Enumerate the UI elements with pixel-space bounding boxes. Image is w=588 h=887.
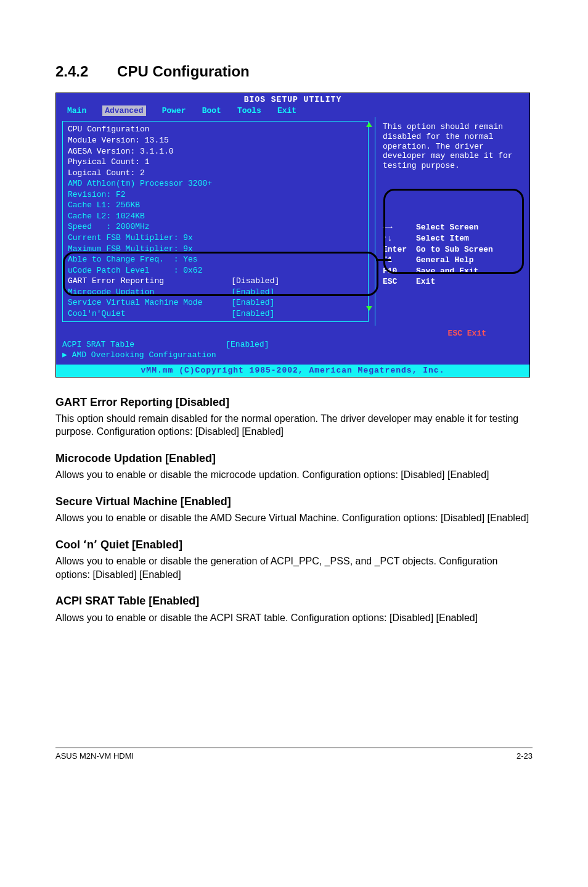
section-number: 2.4.2 xyxy=(55,62,88,81)
subsection-heading: GART Error Reporting [Disabled] xyxy=(55,395,533,410)
bios-menu-item: Exit xyxy=(277,105,296,117)
section-title-text: CPU Configuration xyxy=(117,63,250,80)
bios-info-line: Module Version: 13.15 xyxy=(68,135,363,146)
bios-extra-line: ▶ AMD Overlooking Configuraation xyxy=(62,350,523,361)
bios-title: BIOS SETUP UTILITY xyxy=(56,93,529,105)
bios-info-line: AGESA Version: 3.1.1.0 xyxy=(68,146,363,157)
subsection-heading: Microcode Updation [Enabled] xyxy=(55,451,533,466)
scroll-up-icon xyxy=(366,122,372,127)
bios-info-line: AMD Athlon(tm) Processor 3200+ xyxy=(68,178,363,189)
bios-info-line: Cache L1: 256KB xyxy=(68,200,363,211)
footer-left: ASUS M2N-VM HDMI xyxy=(55,751,134,762)
subsection-heading: Secure Virtual Machine [Enabled] xyxy=(55,494,533,509)
bios-info-line: Cache L2: 1024KB xyxy=(68,211,363,222)
bios-help-pane: This option should remain disabled for t… xyxy=(375,117,529,326)
bios-extra-line: ACPI SRAT Table [Enabled] xyxy=(62,339,523,350)
bios-left-pane: CPU ConfigurationModule Version: 13.15AG… xyxy=(56,117,375,326)
bios-menu-item: Power xyxy=(162,105,186,117)
bios-help-text: This option should remain disabled for t… xyxy=(383,122,522,170)
bios-key-line: ←→Select Screen xyxy=(383,222,522,233)
subsection-body: This option should remain disabled for t… xyxy=(55,412,533,439)
bios-menu-item: Main xyxy=(67,105,86,117)
subsection-heading: Cool ʻnʼ Quiet [Enabled] xyxy=(55,537,533,552)
bios-info-line: CPU Configuration xyxy=(68,124,363,135)
bios-setting-line: GART Error Reporting [Disabled] xyxy=(68,276,363,287)
footer-right: 2-23 xyxy=(517,751,533,762)
callout-connector xyxy=(376,259,391,261)
bios-key-line: F1General Help xyxy=(383,255,522,266)
bios-info-line: Maximum FSB Multiplier: 9x xyxy=(68,244,363,255)
subsection-body: Allows you to enable or disable the micr… xyxy=(55,468,533,482)
subsection-body: Allows you to enable or disable the AMD … xyxy=(55,511,533,525)
subsection-body: Allows you to enable or disable the ACPI… xyxy=(55,611,533,625)
subsection-heading: ACPI SRAT Table [Enabled] xyxy=(55,593,533,608)
bios-key-line: ↑↓Select Item xyxy=(383,233,522,244)
bios-info-line: Current FSB Multiplier: 9x xyxy=(68,233,363,244)
bios-menu-bar: MainAdvancedPowerBootToolsExit xyxy=(56,105,529,118)
scroll-down-icon xyxy=(366,306,372,311)
bios-info-line: Logical Count: 2 xyxy=(68,168,363,179)
section-heading: 2.4.2 CPU Configuration xyxy=(55,62,533,81)
bios-copyright: vMM.mm (C)Copyright 1985-2002, American … xyxy=(56,365,529,377)
page-footer: ASUS M2N-VM HDMI 2-23 xyxy=(55,748,533,762)
bios-info-line: Physical Count: 1 xyxy=(68,157,363,168)
bios-key-line: ESCExit xyxy=(383,276,522,287)
bios-menu-item: Advanced xyxy=(102,105,145,117)
bios-setting-line: Service Virtual Machine Mode [Enabled] xyxy=(68,297,363,308)
bios-menu-item: Boot xyxy=(202,105,221,117)
bios-setting-line: Microcode Updation [Enabled] xyxy=(68,287,363,298)
bios-scrollbar xyxy=(366,122,372,311)
bios-info-line: Speed : 2000MHz xyxy=(68,221,363,233)
bios-key-line: EnterGo to Sub Screen xyxy=(383,244,522,255)
bios-key-line: F10Save and Exit xyxy=(383,266,522,277)
bios-screenshot: BIOS SETUP UTILITY MainAdvancedPowerBoot… xyxy=(55,93,530,377)
bios-extra-pane: ESC Exit ACPI SRAT Table [Enabled]▶ AMD … xyxy=(56,326,529,365)
bios-info-line: Revision: F2 xyxy=(68,189,363,200)
subsection-body: Allows you to enable or disable the gene… xyxy=(55,555,533,581)
bios-menu-item: Tools xyxy=(237,105,261,117)
bios-setting-line: Cool'n'Quiet [Enabled] xyxy=(68,308,363,320)
bios-extra-key: ESC Exit xyxy=(62,328,523,339)
bios-info-line: uCode Patch Level : 0x62 xyxy=(68,265,363,276)
bios-info-line: Able to Change Freq. : Yes xyxy=(68,254,363,265)
